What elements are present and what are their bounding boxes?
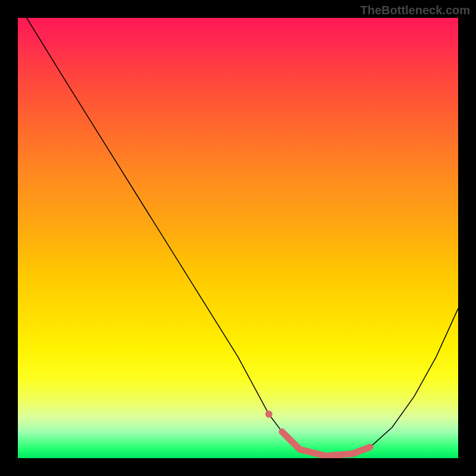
highlight-segment-path bbox=[282, 432, 370, 456]
curve-svg bbox=[18, 18, 458, 458]
watermark-text: TheBottleneck.com bbox=[361, 4, 470, 17]
bottleneck-curve-path bbox=[27, 18, 458, 456]
highlight-start-dot bbox=[265, 411, 273, 418]
chart-container bbox=[18, 18, 458, 458]
